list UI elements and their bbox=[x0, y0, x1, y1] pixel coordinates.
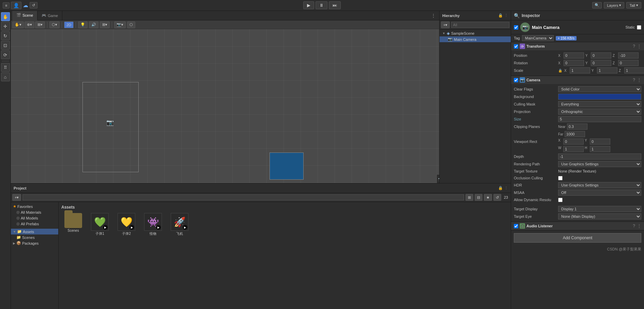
tree-all-models[interactable]: ◎ All Models bbox=[11, 215, 58, 221]
depth-input[interactable] bbox=[558, 153, 641, 160]
pos-z-input[interactable] bbox=[618, 52, 639, 59]
hierarchy-item-maincamera[interactable]: 📷 Main Camera bbox=[440, 36, 511, 42]
scale-y-input[interactable] bbox=[597, 67, 617, 74]
add-component-btn[interactable]: Add Component bbox=[514, 233, 641, 243]
projection-select[interactable]: Orthographic bbox=[558, 109, 641, 115]
layout-dropdown[interactable]: Tall ▾ bbox=[626, 2, 641, 9]
btn-2d[interactable]: 2D bbox=[64, 21, 74, 28]
msaa-select[interactable]: Off bbox=[558, 190, 641, 196]
project-view-btn[interactable]: ⊞ bbox=[465, 194, 473, 201]
btn-camera[interactable]: 📷▾ bbox=[114, 21, 126, 28]
tag-select[interactable]: MainCamera bbox=[522, 35, 554, 41]
play-btn[interactable]: ▶ bbox=[303, 1, 314, 9]
refresh-btn[interactable]: ↺ bbox=[30, 2, 37, 9]
scene-panel-menu[interactable]: ⋮ bbox=[429, 13, 438, 18]
rotate-tool[interactable]: ↻ bbox=[1, 31, 10, 40]
vp-w-input[interactable] bbox=[563, 146, 584, 152]
project-star-btn[interactable]: ★ bbox=[484, 194, 492, 201]
transform-menu-icon[interactable]: ⋮ bbox=[637, 44, 641, 49]
asset-bullet2[interactable]: 💛 ▶ 子弹2 bbox=[114, 212, 138, 238]
rot-z-input[interactable] bbox=[618, 60, 639, 66]
btn-gizmos[interactable]: ⊞▾ bbox=[100, 21, 110, 28]
camera-header[interactable]: 📷 Camera ? ⋮ bbox=[511, 76, 644, 84]
tree-all-materials[interactable]: ◎ All Materials bbox=[11, 209, 58, 215]
project-menu-btn[interactable]: ⋮ bbox=[504, 186, 508, 190]
vp-h-input[interactable] bbox=[590, 146, 610, 152]
scene-view[interactable]: 📷 📷 Main Camera bbox=[11, 29, 439, 183]
transform-enabled[interactable] bbox=[514, 44, 518, 49]
transform-header[interactable]: ⟳ Transform ? ⋮ bbox=[511, 42, 644, 50]
dynamic-res-checkbox[interactable] bbox=[558, 198, 563, 202]
hand-tool[interactable]: ✋ bbox=[1, 12, 10, 21]
custom-tool-1[interactable]: ⠿ bbox=[1, 63, 10, 72]
background-color-swatch[interactable] bbox=[558, 94, 641, 100]
search-btn[interactable]: 🔍 bbox=[592, 2, 602, 9]
pos-x-input[interactable] bbox=[564, 52, 584, 59]
menu-btn[interactable]: ≡ bbox=[3, 2, 10, 9]
static-checkbox[interactable] bbox=[637, 25, 641, 30]
hierarchy-item-samplescene[interactable]: ▼ ◈ SampleScene bbox=[440, 30, 511, 36]
hierarchy-lock-btn[interactable]: 🔒 bbox=[498, 13, 503, 18]
clear-flags-select[interactable]: Solid Color bbox=[558, 86, 641, 92]
hierarchy-search[interactable] bbox=[451, 22, 509, 28]
target-display-select[interactable]: Display 1 bbox=[558, 206, 641, 212]
audio-menu-icon[interactable]: ⋮ bbox=[637, 224, 641, 228]
rect-tool[interactable]: ⊡ bbox=[1, 41, 10, 50]
scale-z-input[interactable] bbox=[624, 67, 644, 74]
btn-audio[interactable]: 🔊 bbox=[89, 21, 98, 28]
btn-light[interactable]: 💡 bbox=[78, 21, 88, 28]
audio-listener-header[interactable]: 🎧 Audio Listener ? ⋮ bbox=[511, 222, 644, 230]
target-eye-select[interactable]: None (Main Display) bbox=[558, 213, 641, 219]
gizmo-snap[interactable]: ⊞▾ bbox=[35, 21, 45, 28]
scene-tab[interactable]: 🎬 Scene bbox=[12, 11, 37, 20]
step-btn[interactable]: ⏭ bbox=[329, 1, 341, 9]
gizmo-rect[interactable]: ⬡▾ bbox=[49, 21, 60, 28]
account-btn[interactable]: 👤 bbox=[11, 2, 21, 9]
btn-render[interactable]: ⬡ bbox=[127, 21, 135, 28]
project-filter-btn[interactable]: ⊟ bbox=[475, 194, 482, 201]
gizmo-hand[interactable]: ✋▾ bbox=[12, 21, 24, 28]
size-input[interactable] bbox=[558, 116, 641, 122]
layers-dropdown[interactable]: Layers ▾ bbox=[604, 2, 624, 9]
hierarchy-menu-btn[interactable]: ⋮ bbox=[504, 13, 508, 18]
camera-help-icon[interactable]: ? bbox=[633, 78, 635, 82]
vp-x-input[interactable] bbox=[563, 139, 584, 145]
audio-help-icon[interactable]: ? bbox=[633, 224, 635, 228]
asset-monster[interactable]: 👾 ▶ 怪物 bbox=[141, 212, 165, 238]
tree-assets[interactable]: ▼ 📁 Assets bbox=[11, 229, 58, 234]
audio-enabled[interactable] bbox=[514, 224, 518, 228]
pause-btn[interactable]: ⏸ bbox=[316, 1, 327, 9]
tree-scenes[interactable]: 📁 Scenes bbox=[11, 234, 58, 240]
hierarchy-add-btn[interactable]: +▾ bbox=[441, 21, 450, 28]
transform-help-icon[interactable]: ? bbox=[633, 44, 635, 49]
far-input[interactable] bbox=[565, 131, 585, 137]
occlusion-checkbox[interactable] bbox=[558, 176, 563, 180]
scale-x-input[interactable] bbox=[570, 67, 590, 74]
gizmo-global[interactable]: ⊕▾ bbox=[25, 21, 34, 28]
obj-enabled-checkbox[interactable] bbox=[514, 25, 518, 30]
pos-y-input[interactable] bbox=[591, 52, 611, 59]
move-tool[interactable]: ✛ bbox=[1, 22, 10, 31]
project-lock-btn[interactable]: 🔒 bbox=[498, 186, 503, 190]
hdr-select[interactable]: Use Graphics Settings bbox=[558, 182, 641, 188]
custom-tool-2[interactable]: ⌂ bbox=[1, 72, 10, 81]
near-input[interactable] bbox=[567, 124, 587, 130]
transform-tool[interactable]: ⟳ bbox=[1, 50, 10, 59]
project-search[interactable] bbox=[22, 194, 464, 200]
asset-plane[interactable]: 🚀 ▶ 飞机 bbox=[168, 212, 191, 238]
tree-all-prefabs[interactable]: ◎ All Prefabs bbox=[11, 221, 58, 227]
game-tab[interactable]: 🎮 Game bbox=[37, 11, 62, 20]
tree-favorites[interactable]: ★ Favorites bbox=[11, 204, 58, 209]
tree-packages[interactable]: ▶ 📦 Packages bbox=[11, 240, 58, 246]
rendering-path-select[interactable]: Use Graphics Settings bbox=[558, 161, 641, 167]
asset-scenes[interactable]: Scenes bbox=[61, 212, 85, 238]
camera-menu-icon[interactable]: ⋮ bbox=[637, 78, 641, 82]
vp-y-input[interactable] bbox=[590, 139, 610, 145]
project-add-btn[interactable]: +▾ bbox=[12, 194, 21, 201]
rot-y-input[interactable] bbox=[591, 60, 611, 66]
asset-bullet1[interactable]: 💚 ▶ 子弹1 bbox=[88, 212, 112, 238]
project-refresh-btn[interactable]: ↺ bbox=[493, 194, 501, 201]
camera-enabled[interactable] bbox=[514, 78, 518, 82]
rot-x-input[interactable] bbox=[564, 60, 584, 66]
culling-mask-select[interactable]: Everything bbox=[558, 101, 641, 107]
